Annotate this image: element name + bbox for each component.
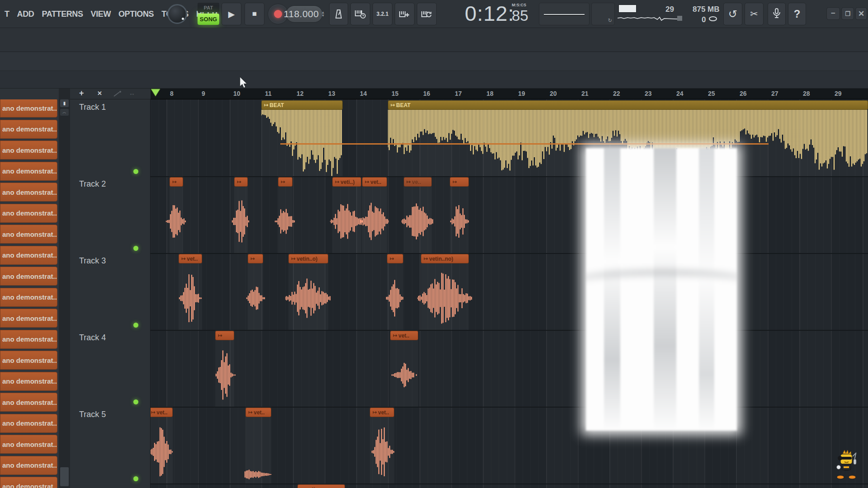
refresh-icon[interactable]: ↻ [608,18,612,23]
clip-slip-icon: ↦ [151,409,155,415]
wait-for-input-button[interactable] [350,3,370,25]
clip-source-item[interactable]: ano demonstrat.. [0,435,57,454]
tempo-value: 118.000 [284,9,319,19]
clip-source-item[interactable]: ano demonstrat.. [0,141,57,160]
slope-icon[interactable] [113,90,122,98]
menu-item-add[interactable]: ADD [17,9,34,19]
track-name[interactable]: Track 3 [79,256,106,266]
ruler-bar-17: 17 [455,90,462,97]
scrollbar-thumb[interactable] [60,467,69,486]
clip-source-item[interactable]: ano demonstrat.. [0,414,57,433]
beat-clip[interactable]: ↦BEAT [261,100,343,110]
waveform [401,190,434,253]
cut-tool-button[interactable]: ✂ [745,3,764,25]
audio-clip[interactable]: ↦ve.. [404,177,432,187]
menu-item-view[interactable]: VIEW [91,9,111,19]
metronome-button[interactable] [329,3,348,25]
tempo-spinner[interactable]: ▲▼ [321,11,325,17]
track-name[interactable]: Track 4 [79,333,106,343]
clip-source-item[interactable]: ano demonstrat.. [0,393,57,412]
audio-clip[interactable]: ↦vet.. [151,408,173,417]
clip-source-item[interactable]: ano demonstrat.. [0,288,57,307]
cpu-meter-bar [618,5,637,13]
clip-source-item[interactable]: ano demonstrat.. [0,309,57,328]
audio-clip[interactable]: ↦vetin..no) [421,254,469,263]
scroll-grip-icon[interactable]: ▮ [60,99,69,107]
tempo-field[interactable]: 118.000 ▲▼ [286,5,323,23]
track-enabled-led[interactable] [133,246,138,251]
audio-clip[interactable]: ↦vet.. [370,408,394,417]
delete-track-button[interactable]: ✕ [97,90,102,97]
audio-clip[interactable]: ↦vet.. [179,254,202,263]
clip-source-item[interactable]: ano demonstrat.. [0,225,57,244]
main-volume-knob[interactable] [167,4,187,24]
audio-clip[interactable]: ↦veti..) [332,177,361,187]
clip-source-item[interactable]: ano demonstrat.. [0,372,57,391]
track-enabled-led[interactable] [133,476,138,481]
browser-scrollbar[interactable]: ▮ ︿ [59,89,70,488]
track-name[interactable]: Track 2 [79,179,106,189]
menu-item-options[interactable]: OPTIONS [118,9,154,19]
audio-clip[interactable]: ↦vet.. [390,331,418,340]
clip-source-item[interactable]: ano demonstrat.. [0,162,57,181]
clip-source-item[interactable]: ano demonstrat.. [0,330,57,349]
menu-item-t[interactable]: T [5,9,9,19]
ruler-bar-9: 9 [202,90,205,97]
song-mode-button[interactable]: SONG [198,14,219,25]
clip-source-item[interactable]: ano demonstrat.. [0,267,57,286]
blend-recording-button[interactable] [395,3,415,25]
clip-source-item[interactable]: ano demonstrat.. [0,477,57,488]
scroll-up-icon[interactable]: ︿ [60,109,69,116]
record-audio-button[interactable] [768,3,786,25]
countdown-button[interactable]: 3.2.1 [373,3,392,25]
window-close-button[interactable]: ✕ [855,7,867,20]
audio-clip[interactable]: ↦vet.. [362,177,387,187]
pat-mode-button[interactable]: PAT [198,3,219,12]
clip-source-item[interactable]: ano demonstrat.. [0,99,57,117]
beat-clip[interactable]: ↦BEAT [388,100,868,110]
resize-tracks-icon[interactable]: ↔ [129,89,135,97]
waveform [213,343,236,407]
clip-slip-icon: ↦ [365,179,369,185]
play-button[interactable]: ▶ [222,3,241,25]
blend-icon [399,9,410,19]
clip-source-item[interactable]: ano demonstrat.. [0,204,57,223]
clip-source-item[interactable]: ano demonstrat.. [0,246,57,265]
audio-clip[interactable]: ↦ [450,177,469,187]
play-position-marker[interactable] [151,89,161,97]
audio-clip[interactable]: ↦ [170,177,183,187]
clip-slip-icon: ↦ [424,256,428,262]
add-track-button[interactable]: + [79,89,84,98]
audio-clip[interactable]: ↦vetin.. [297,484,345,488]
audio-clip[interactable]: ↦vetin..o) [288,254,328,263]
track-name[interactable]: Track 1 [79,103,106,112]
clip-source-item[interactable]: ano demonstrat.. [0,183,57,202]
clip-source-item[interactable]: ano demonstrat.. [0,120,57,139]
help-button[interactable]: ? [788,3,806,25]
stop-button[interactable]: ■ [245,3,264,25]
track-enabled-led[interactable] [133,399,138,404]
loop-record-button[interactable] [417,3,437,25]
audio-clip[interactable]: ↦ [278,177,292,187]
audio-clip[interactable]: ↦vet.. [245,408,271,417]
track-enabled-led[interactable] [133,323,138,328]
clip-source-item[interactable]: ano demonstrat.. [0,456,57,475]
waveform [177,267,204,330]
oscilloscope-panel[interactable] [539,3,590,25]
track-enabled-led[interactable] [133,169,138,174]
menu-item-patterns[interactable]: PATTERNS [42,9,83,19]
playlist-lanes[interactable]: ↦BEAT↦BEAT↦↦↦↦veti..)↦vet..↦ve..↦↦vet..↦… [151,99,868,488]
timeline-ruler[interactable]: 8910111213141516171819202122232425262728… [151,89,868,99]
track-header-toolbar: + ✕ ↔ [70,89,151,99]
undo-button[interactable]: ↺ [723,3,742,25]
window-restore-button[interactable]: ❐ [841,7,854,20]
clip-source-item[interactable]: ano demonstrat.. [0,351,57,370]
clip-slip-icon: ↦ [291,256,295,262]
window-minimize-button[interactable]: − [826,7,840,20]
audio-clip[interactable]: ↦ [234,177,248,187]
track-name[interactable]: Track 5 [79,410,106,419]
audio-clip[interactable]: ↦ [215,331,234,340]
countdown-icon: 3.2.1 [377,11,389,17]
audio-clip[interactable]: ↦ [387,254,403,263]
audio-clip[interactable]: ↦ [248,254,263,263]
